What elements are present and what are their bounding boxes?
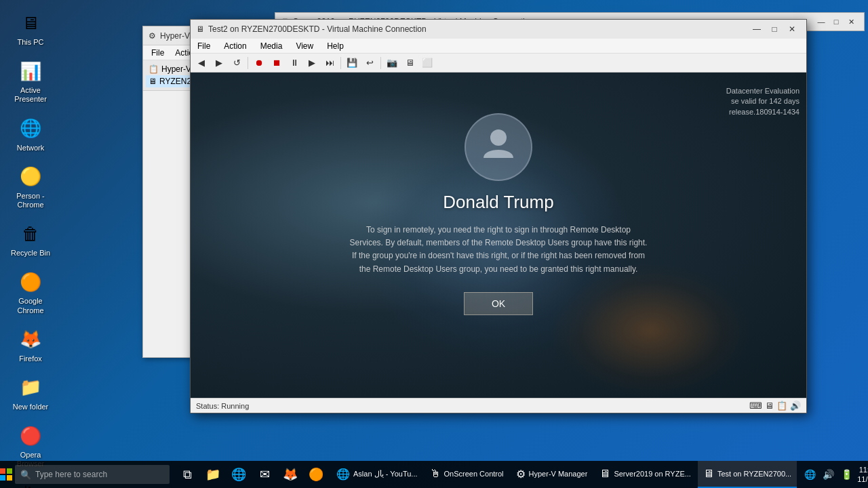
vm-connection-window: 🖥 Test2 on RYZEN2700DESKTD - Virtual Mac… — [190, 19, 807, 413]
icon-recycle-bin[interactable]: 🗑 Recycle Bin — [7, 218, 54, 260]
user-name: Donald Trump — [443, 192, 553, 213]
firefox-icon: 🦊 — [17, 326, 44, 353]
svg-rect-1 — [0, 468, 5, 474]
watermark-line2: se valid for 142 days — [726, 96, 800, 106]
icon-google-chrome[interactable]: 🟠 Google Chrome — [7, 266, 54, 317]
tray-time: 11:40 AM — [859, 465, 868, 474]
tray-clock[interactable]: 11:40 AM 11/5/2019 — [857, 465, 868, 485]
hyperv-sidebar-ryzen-icon: 🖥 — [149, 77, 157, 86]
server2019-app-icon: 🖥 — [599, 468, 610, 480]
firefox-taskbar-btn[interactable]: 🦊 — [278, 461, 302, 488]
vm-status-text: Status: Running — [196, 402, 249, 410]
tray-network-icon[interactable]: 🌐 — [802, 469, 818, 480]
new-folder-icon: 📁 — [17, 374, 44, 401]
vm-toolbar-screen[interactable]: 🖥 — [401, 56, 418, 70]
vm-toolbar-skip[interactable]: ⏭ — [321, 56, 338, 70]
this-pc-icon: 🖥 — [17, 9, 44, 37]
vm-window-icon: 🖥 — [196, 24, 204, 34]
taskbar-app-hyperv[interactable]: ⚙ Hyper-V Manager — [511, 461, 593, 488]
person-chrome-label: Person - Chrome — [9, 192, 52, 209]
vm-toolbar-back[interactable]: ◀ — [193, 56, 210, 70]
watermark-line1: Datacenter Evaluation — [726, 86, 800, 96]
taskbar-tray: 🌐 🔊 🔋 11:40 AM 11/5/2019 💬 — [797, 465, 868, 485]
vm-screen: Datacenter Evaluation se valid for 142 d… — [191, 73, 806, 398]
statusbar-keyboard-icon[interactable]: ⌨ — [749, 401, 762, 411]
ok-button[interactable]: OK — [464, 292, 533, 315]
file-explorer-btn[interactable]: 📁 — [201, 461, 225, 488]
taskbar-app-onscreen[interactable]: 🖱 OnScreen Control — [425, 461, 509, 488]
vm-toolbar-save[interactable]: 💾 — [344, 56, 360, 70]
server2019-minimize-btn[interactable]: — — [814, 14, 829, 29]
network-icon: 🌐 — [17, 115, 44, 142]
onscreen-app-label: OnScreen Control — [444, 470, 504, 478]
vm-menu-help[interactable]: Help — [320, 39, 351, 54]
test2vm-app-label: Test on RYZEN2700... — [717, 470, 791, 478]
desktop: 🖥 This PC 📊 Active Presenter 🌐 Network 🟡… — [0, 0, 868, 488]
test2vm-app-icon: 🖥 — [703, 468, 714, 480]
statusbar-screen-icon[interactable]: 🖥 — [765, 401, 774, 411]
vm-toolbar-snapshot[interactable]: 📷 — [384, 56, 400, 70]
vm-close-btn[interactable]: ✕ — [783, 20, 801, 39]
vm-toolbar-sep1 — [248, 57, 248, 69]
vm-toolbar-record[interactable]: ⏺ — [251, 56, 267, 70]
vm-menu-file[interactable]: File — [191, 39, 217, 54]
active-presenter-icon: 📊 — [17, 58, 44, 85]
vm-menu-view[interactable]: View — [289, 39, 320, 54]
icon-person-chrome[interactable]: 🟡 Person - Chrome — [7, 161, 54, 212]
taskbar-app-aslan[interactable]: 🌐 Aslan يأل - YouTu... — [331, 461, 423, 488]
hyperv-menu-file[interactable]: File — [146, 45, 170, 60]
tray-battery-icon[interactable]: 🔋 — [839, 469, 854, 480]
vm-toolbar-action2[interactable]: ↺ — [229, 56, 245, 70]
statusbar-sound-icon[interactable]: 🔊 — [790, 401, 801, 411]
watermark-line3: release.180914-1434 — [726, 107, 800, 117]
google-chrome-label: Google Chrome — [9, 297, 52, 314]
task-view-btn[interactable]: ⧉ — [175, 461, 199, 488]
server2019-close-btn[interactable]: ✕ — [844, 14, 859, 29]
new-folder-label: New folder — [13, 403, 49, 411]
vm-win-controls: — □ ✕ — [748, 20, 801, 39]
svg-rect-4 — [7, 475, 12, 481]
taskbar-search-box[interactable]: 🔍 — [15, 465, 170, 484]
hyperv-window-icon: ⚙ — [149, 31, 156, 41]
server2019-maximize-btn[interactable]: □ — [829, 14, 844, 29]
vm-menu-action[interactable]: Action — [217, 39, 253, 54]
recycle-bin-label: Recycle Bin — [11, 249, 50, 258]
server2019-window-controls: — □ ✕ — [814, 14, 859, 29]
start-button[interactable] — [0, 461, 12, 488]
taskbar-app-server2019[interactable]: 🖥 Server2019 on RYZE... — [594, 461, 696, 488]
recycle-bin-icon: 🗑 — [17, 220, 44, 247]
vm-toolbar-pause[interactable]: ⏸ — [286, 56, 302, 70]
tray-volume-icon[interactable]: 🔊 — [821, 469, 836, 480]
svg-point-0 — [490, 129, 507, 146]
vm-toolbar-revert[interactable]: ↩ — [361, 56, 378, 70]
aslan-app-label: Aslan يأل - YouTu... — [353, 470, 418, 479]
taskbar-app-test2vm[interactable]: 🖥 Test on RYZEN2700... — [698, 461, 797, 488]
vm-minimize-btn[interactable]: — — [748, 20, 766, 39]
vm-toolbar-fullscreen[interactable]: ⬜ — [419, 56, 435, 70]
icon-firefox[interactable]: 🦊 Firefox — [7, 323, 54, 366]
vm-maximize-btn[interactable]: □ — [766, 20, 783, 39]
avatar-icon — [478, 123, 519, 172]
server2019-app-label: Server2019 on RYZE... — [614, 470, 691, 478]
vm-toolbar-stop[interactable]: ⏹ — [269, 56, 285, 70]
taskbar: 🔍 ⧉ 📁 🌐 ✉ 🦊 🟠 🌐 Aslan يأل - YouTu... 🖱 O… — [0, 461, 868, 488]
icon-active-presenter[interactable]: 📊 Active Presenter — [7, 55, 54, 106]
vm-toolbar-play[interactable]: ▶ — [304, 56, 320, 70]
chrome-taskbar-btn[interactable]: 🟠 — [304, 461, 328, 488]
taskbar-search-input[interactable] — [35, 470, 164, 479]
vm-toolbar: ◀ ▶ ↺ ⏺ ⏹ ⏸ ▶ ⏭ 💾 ↩ 📷 🖥 ⬜ — [191, 54, 806, 73]
icon-new-folder[interactable]: 📁 New folder — [7, 371, 54, 414]
vm-menu-media[interactable]: Media — [254, 39, 290, 54]
mail-btn[interactable]: ✉ — [252, 461, 277, 488]
user-avatar — [465, 113, 532, 181]
vm-toolbar-forward[interactable]: ▶ — [211, 56, 227, 70]
hyperv-sidebar-manager-icon: 📋 — [149, 64, 159, 74]
statusbar-clipboard-icon[interactable]: 📋 — [776, 401, 787, 411]
vm-statusbar-icons: ⌨ 🖥 📋 🔊 — [749, 401, 801, 411]
network-label: Network — [17, 144, 44, 152]
svg-rect-2 — [7, 468, 12, 474]
icon-this-pc[interactable]: 🖥 This PC — [7, 7, 54, 49]
icon-network[interactable]: 🌐 Network — [7, 113, 54, 155]
edge-btn[interactable]: 🌐 — [226, 461, 251, 488]
taskbar-search-icon: 🔍 — [20, 470, 31, 480]
